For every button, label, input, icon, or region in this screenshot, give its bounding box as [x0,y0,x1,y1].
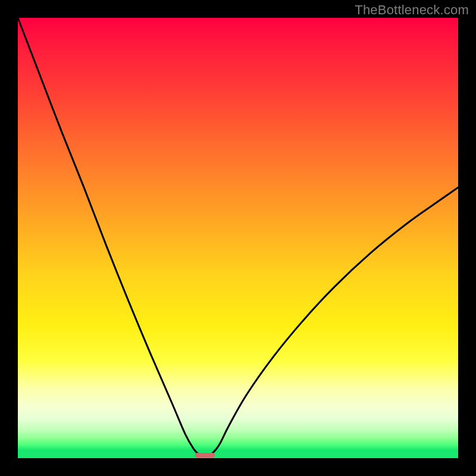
optimal-marker [195,453,215,458]
curve-svg [18,18,458,458]
plot-area [18,18,458,458]
chart-frame: TheBottleneck.com [0,0,476,476]
bottleneck-curve [18,18,458,456]
watermark-text: TheBottleneck.com [355,2,469,18]
